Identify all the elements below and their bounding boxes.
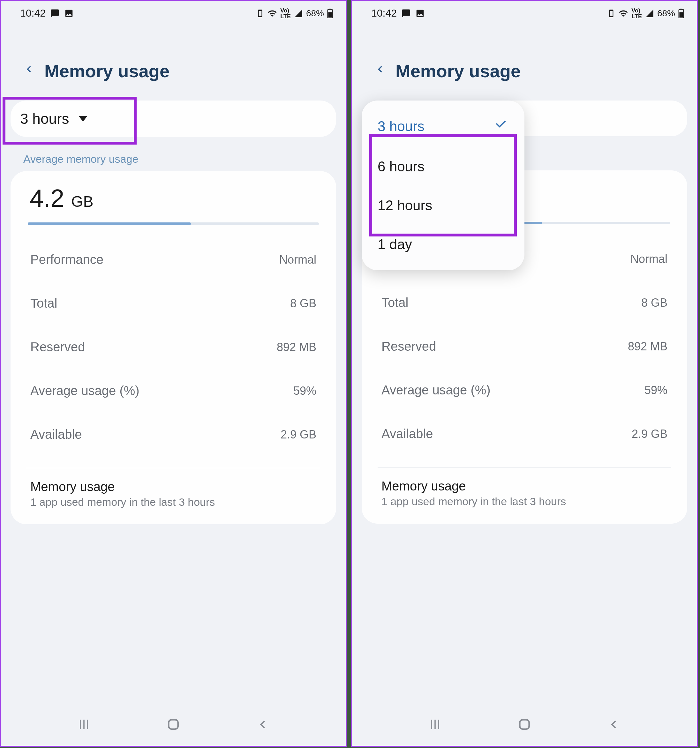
phone-screenshot-left: 10:42 Vo)LTE 68% xyxy=(0,0,347,747)
svg-rect-6 xyxy=(169,720,178,729)
dropdown-option-3hours[interactable]: 3 hours xyxy=(362,106,525,147)
signal-icon xyxy=(294,9,303,18)
memory-usage-subtitle: 1 app used memory in the last 3 hours xyxy=(377,495,671,520)
chat-icon xyxy=(50,9,60,18)
time-range-card: ? 3 hours 6 hours 12 hours 1 day xyxy=(362,100,687,136)
checkmark-icon xyxy=(493,117,508,135)
memory-usage-subtitle: 1 app used memory in the last 3 hours xyxy=(26,496,320,521)
nav-home-button[interactable] xyxy=(166,718,180,733)
image-icon xyxy=(64,9,74,18)
row-reserved: Reserved 892 MB xyxy=(26,325,320,369)
row-avg-pct: Average usage (%) 59% xyxy=(26,369,320,413)
back-button[interactable] xyxy=(374,62,386,81)
dropdown-option-1day[interactable]: 1 day xyxy=(362,225,525,264)
row-total: Total 8 GB xyxy=(377,281,671,325)
avg-memory-value: 4.2 GB xyxy=(26,184,320,222)
nav-recent-button[interactable] xyxy=(428,718,442,733)
nav-recent-button[interactable] xyxy=(77,718,91,733)
image-icon xyxy=(415,9,425,18)
memory-usage-link[interactable]: Memory usage xyxy=(377,474,671,495)
row-performance: Performance Normal xyxy=(26,238,320,281)
status-time: 10:42 xyxy=(20,8,46,19)
nav-home-button[interactable] xyxy=(517,718,531,733)
volte-icon: Vo)LTE xyxy=(280,8,291,19)
row-available: Available 2.9 GB xyxy=(377,412,671,456)
row-total: Total 8 GB xyxy=(26,281,320,325)
chevron-down-icon xyxy=(79,116,87,122)
page-title: Memory usage xyxy=(396,61,520,81)
volte-icon: Vo)LTE xyxy=(632,8,642,19)
status-bar: 10:42 Vo)LTE 68% xyxy=(1,1,346,22)
memory-details-card: 4.2 GB Performance Normal Total 8 GB Res… xyxy=(11,171,336,524)
dropdown-option-6hours[interactable]: 6 hours xyxy=(362,147,525,186)
time-range-selected: 3 hours xyxy=(20,110,69,127)
dropdown-option-12hours[interactable]: 12 hours xyxy=(362,186,525,225)
svg-rect-1 xyxy=(328,12,332,18)
time-range-card: 3 hours xyxy=(11,100,336,137)
battery-icon xyxy=(327,9,333,18)
page-header: Memory usage xyxy=(352,22,697,100)
page-header: Memory usage xyxy=(1,22,346,100)
battery-icon xyxy=(678,9,684,18)
memory-progress-bar xyxy=(28,222,319,225)
nav-back-button[interactable] xyxy=(607,718,621,733)
divider xyxy=(26,468,320,468)
time-range-dropdown-menu: 3 hours 6 hours 12 hours 1 day xyxy=(362,100,525,270)
battery-percent: 68% xyxy=(657,8,675,18)
memory-usage-link[interactable]: Memory usage xyxy=(26,474,320,496)
page-title: Memory usage xyxy=(44,61,169,81)
svg-rect-9 xyxy=(680,9,682,9)
wifi-icon xyxy=(268,9,277,18)
memory-progress-fill xyxy=(28,222,191,225)
row-available: Available 2.9 GB xyxy=(26,413,320,456)
row-avg-pct: Average usage (%) 59% xyxy=(377,368,671,412)
nav-back-button[interactable] xyxy=(256,718,270,733)
status-bar: 10:42 Vo)LTE 68% xyxy=(352,1,697,22)
svg-rect-13 xyxy=(520,720,529,729)
vibrate-icon xyxy=(607,9,615,18)
back-button[interactable] xyxy=(23,62,35,81)
row-reserved: Reserved 892 MB xyxy=(377,325,671,368)
wifi-icon xyxy=(619,9,628,18)
battery-percent: 68% xyxy=(306,8,324,18)
svg-rect-2 xyxy=(329,9,331,9)
phone-screenshot-right: 10:42 Vo)LTE 68% xyxy=(351,0,698,747)
svg-rect-8 xyxy=(679,12,683,18)
avg-usage-label: Average memory usage xyxy=(1,146,346,171)
navigation-bar xyxy=(352,704,697,746)
signal-icon xyxy=(645,9,654,18)
navigation-bar xyxy=(1,704,346,746)
vibrate-icon xyxy=(256,9,264,18)
time-range-dropdown[interactable]: 3 hours xyxy=(11,100,336,137)
status-time: 10:42 xyxy=(371,8,397,19)
chat-icon xyxy=(401,9,411,18)
